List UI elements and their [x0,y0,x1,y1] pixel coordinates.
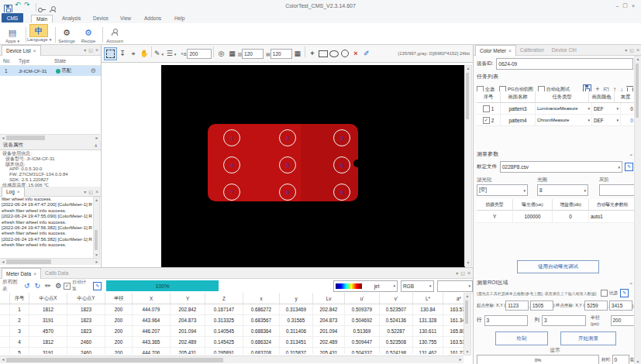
menu-tab-addons[interactable]: Addons [144,15,161,21]
task-type-select[interactable]: LuminanceMeasure▾ [536,103,592,115]
collapse-icon[interactable]: ⌄ [629,151,633,157]
calib-file-select[interactable]: 0228P8.csv▾ [500,161,622,173]
auto-calc-checkbox[interactable]: ✓ [64,283,71,290]
apps-button[interactable]: ▤ Apps▾ [3,25,22,43]
panel-menu-icon[interactable]: ▾ [625,47,627,53]
menu-tab-help[interactable]: Help [174,15,184,21]
clear-icon[interactable]: ✏ [43,282,53,290]
tab-calibration[interactable]: Calibration [516,46,548,53]
log-vscrollbar[interactable]: ▲ ▼ [93,197,100,259]
task-checkbox[interactable] [483,105,490,112]
right-vscrollbar[interactable]: ▲ ▼ [634,56,641,364]
meter-data-row[interactable]: 345701823200446.207201.0940.1405450.6883… [0,326,464,337]
cols-input[interactable]: 3 [542,315,586,326]
auto-exposure-select[interactable]: auto1▾ [589,211,639,223]
tab-color-meter[interactable]: Color Meter× [475,45,516,56]
meter-data-row[interactable]: 118121823200444.079202.8420.1671470.6862… [0,304,464,315]
roi-checkbox[interactable] [601,290,608,297]
rect-tool-icon[interactable] [318,50,329,57]
chart-mode-label[interactable]: 所有图表 [2,279,22,293]
tab-meter-data[interactable]: Meter Data× [2,268,41,279]
measure-circle[interactable]: 4 [223,156,240,173]
measure-circle[interactable]: 5 [279,156,296,173]
meter-hscrollbar[interactable]: ◄ ► [0,355,464,363]
grid-rows-input[interactable]: 120 [242,49,264,59]
auto-exposure-button[interactable]: 使用自动曝光调试 [517,260,599,273]
edit-form-icon[interactable]: ✎ [93,282,102,290]
close-button[interactable]: × [632,3,635,9]
panel-menu-icon[interactable]: ▾ [456,270,458,276]
float-icon[interactable]: ◱ [88,47,93,53]
aperture-select[interactable]: 8▾ [537,184,588,196]
circle-tool-icon[interactable] [339,50,350,57]
filter-icon[interactable]: ⚙ [53,282,64,290]
delete-shapes-icon[interactable]: × [350,50,361,57]
meter-data-row[interactable]: 418122460200443.365202.4890.1454250.6863… [0,337,464,348]
float-icon[interactable]: ◱ [460,270,465,276]
camera-image[interactable]: 123456789 [161,65,465,267]
close-panel-icon[interactable]: × [95,189,98,194]
start-measure-button[interactable]: 开始测量 [560,331,616,345]
measure-params-header[interactable]: 测量参数 ⌄ [477,150,633,158]
settings-button[interactable]: ⚙ Settings [57,25,77,43]
extra-select[interactable]: ▾ [437,280,473,292]
rgb-select[interactable]: RGB▾ [401,280,434,292]
collapse-icon[interactable]: ⌄ [629,280,633,286]
device-gear-icon[interactable]: ⚙ [91,67,96,74]
device-id-input[interactable]: 0624-09 [496,58,633,70]
tab-log[interactable]: Log× [2,187,25,197]
tab-device-ctrl[interactable]: Device Ctrl [548,46,581,53]
start-x-input[interactable]: 1123 [505,300,529,311]
roi-header[interactable]: 测量ROI区域 ⌄ [477,279,633,287]
close-panel-icon[interactable]: × [95,47,98,53]
meter-data-row[interactable]: 231911823200443.964204.8730.3133250.6835… [0,315,464,326]
device-list-hscrollbar[interactable]: ◄ ► [0,134,100,141]
account-button[interactable]: Account [104,25,126,43]
maximize-button[interactable]: ▢ [622,2,628,9]
close-panel-icon[interactable]: × [467,270,470,276]
menu-tab-view[interactable]: View [120,15,131,21]
log-list[interactable]: filter wheel info success.[2022-06-24 19… [2,197,92,257]
pan-icon[interactable]: ✋ [139,50,150,57]
panel-menu-icon[interactable]: ▾ [84,47,86,53]
meter-vscrollbar[interactable]: ▲ ▼ [464,293,471,355]
pattern-color-select[interactable]: DEF▾ [592,115,621,126]
cross-tool-icon[interactable]: + [307,50,318,57]
grid-apply-icon[interactable]: ▦ [292,50,303,57]
roi-edit-icon[interactable]: ✎ [620,289,629,297]
colormap-select[interactable]: jet▾ [333,280,398,292]
export-icon[interactable]: ↻ [33,282,43,290]
measure-circle[interactable]: 7 [223,184,240,201]
canvas-vscrollbar[interactable]: ▲ ▼ [464,65,472,266]
app-menu-button[interactable]: CMS [2,13,23,22]
draw-button[interactable]: 绘制 [495,331,548,345]
gray-input[interactable] [599,184,638,196]
menu-tab-device[interactable]: Device [93,15,109,21]
meter-data-row[interactable]: 531912460200444.706205.4310.2958910.6837… [0,348,464,354]
calib-edit-icon[interactable]: ✎ [625,163,633,171]
close-panel-icon[interactable]: × [636,47,639,53]
end-x-input[interactable]: 5259 [584,300,608,311]
language-button[interactable]: 中 Language▾ [27,24,50,42]
import-image-icon[interactable]: ↧ [117,50,128,57]
measure-circle[interactable]: 6 [333,156,350,173]
measure-circle[interactable]: 8 [279,184,296,201]
radius-input[interactable]: 200 [611,315,636,326]
brush-icon[interactable]: ✐ [361,50,372,57]
menu-tab-main[interactable]: Main [31,15,53,22]
pattern-color-select[interactable]: DEF▾ [592,103,621,115]
select-region-tool[interactable] [104,47,117,60]
panel-menu-icon[interactable]: ▾ [84,189,86,194]
fit-view-icon[interactable]: ⌖ [128,50,139,58]
float-icon[interactable]: ◱ [88,189,93,194]
rows-input[interactable]: 3 [484,315,529,326]
end-y-input[interactable]: 3415 [609,300,632,311]
grid-cols-input[interactable]: 120 [271,49,292,59]
menu-tab-analysis[interactable]: Analysis [62,15,81,21]
measure-circle[interactable]: 1 [223,129,240,146]
device-props-header[interactable]: 设备属性 ∧ [0,141,101,150]
task-checkbox[interactable]: ✓ [483,117,490,124]
measure-circle[interactable]: 9 [333,184,350,201]
tab-device-list[interactable]: Device List× [2,45,41,56]
task-row[interactable]: ✓2 pattern4 ChromMeasure▾ DEF▾ 0 [477,115,635,126]
